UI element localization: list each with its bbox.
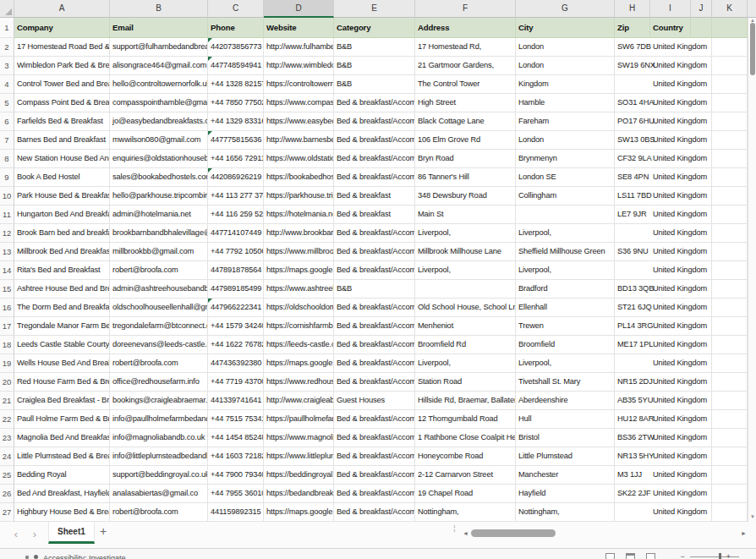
- zoom-in-icon[interactable]: +: [726, 553, 731, 559]
- cell-G12[interactable]: Liverpool,: [516, 224, 615, 243]
- cell-A1[interactable]: Company: [14, 18, 110, 38]
- zoom-slider-track[interactable]: [690, 556, 739, 557]
- cell-B13[interactable]: millbrookbb@gmail.com: [110, 243, 208, 261]
- row-number[interactable]: 24: [0, 447, 14, 466]
- cell-E8[interactable]: Bed & breakfast/Accommod: [334, 150, 415, 168]
- cell-H18[interactable]: ME17 1PL: [615, 336, 650, 354]
- cell-H20[interactable]: NR15 2DJ: [615, 373, 650, 392]
- cell-I10[interactable]: United Kingdom: [650, 187, 691, 206]
- cell-C24[interactable]: +44 1603 721827: [208, 447, 264, 466]
- row-number[interactable]: 20: [0, 373, 14, 392]
- cell-B16[interactable]: oldschoolhouseellenhall@gmail.co: [110, 299, 208, 317]
- cell-A4[interactable]: Control Tower Bed and Breakfast: [14, 75, 110, 94]
- cell-F22[interactable]: 12 Thorngumbald Road: [415, 410, 516, 429]
- cell-K18[interactable]: [712, 336, 748, 354]
- row-number[interactable]: 12: [0, 224, 14, 243]
- cell-H16[interactable]: ST21 6JQ: [615, 299, 650, 317]
- scroll-down-icon[interactable]: ▼: [748, 512, 756, 521]
- tab-scroll-divider[interactable]: ⁞: [453, 527, 454, 531]
- cell-K13[interactable]: [712, 243, 748, 261]
- cell-C27[interactable]: 441159892315: [208, 503, 264, 522]
- column-header-B[interactable]: B: [110, 0, 208, 18]
- cell-D23[interactable]: https://www.magnolia: [264, 429, 334, 447]
- cell-C10[interactable]: +44 113 277 3706: [208, 187, 264, 206]
- cell-G5[interactable]: Hamble: [516, 94, 615, 112]
- cell-F5[interactable]: High Street: [415, 94, 516, 112]
- cell-C21[interactable]: 441339741641: [208, 392, 264, 410]
- cell-K1[interactable]: [712, 18, 748, 38]
- cell-H25[interactable]: M3 1JJ: [615, 466, 650, 485]
- row-number[interactable]: 8: [0, 150, 14, 168]
- cell-G26[interactable]: Hayfield: [516, 485, 615, 503]
- cell-G10[interactable]: Collingham: [516, 187, 615, 206]
- cell-K10[interactable]: [712, 187, 748, 206]
- row-number[interactable]: 9: [0, 168, 14, 187]
- cell-B27[interactable]: robert@broofa.com: [110, 503, 208, 522]
- cell-C16[interactable]: 447966222341: [208, 299, 264, 317]
- cell-F26[interactable]: 19 Chapel Road: [415, 485, 516, 503]
- cell-D17[interactable]: https://cornishfarmbar: [264, 317, 334, 336]
- cell-E7[interactable]: Bed & breakfast/Accommod: [334, 131, 415, 150]
- cell-I23[interactable]: United Kingdom: [650, 429, 691, 447]
- cell-H27[interactable]: [615, 503, 650, 522]
- cell-I4[interactable]: United Kingdom: [650, 75, 691, 94]
- cell-I16[interactable]: United Kingdom: [650, 299, 691, 317]
- cell-G21[interactable]: Aberdeenshire: [516, 392, 615, 410]
- cell-F25[interactable]: 2-12 Carnarvon Street: [415, 466, 516, 485]
- cell-G18[interactable]: Broomfield: [516, 336, 615, 354]
- cell-H10[interactable]: LS11 7BD: [615, 187, 650, 206]
- cell-B20[interactable]: office@redhousefarm.info: [110, 373, 208, 392]
- cell-K6[interactable]: [712, 112, 748, 131]
- cell-C20[interactable]: +44 7719 437007: [208, 373, 264, 392]
- cell-D6[interactable]: https://www.easybeda: [264, 112, 334, 131]
- row-number[interactable]: 17: [0, 317, 14, 336]
- row-number[interactable]: 11: [0, 206, 14, 224]
- cell-K3[interactable]: [712, 57, 748, 75]
- cell-B9[interactable]: sales@bookabedhostels.com: [110, 168, 208, 187]
- cell-E23[interactable]: Bed & breakfast/Accommod: [334, 429, 415, 447]
- cell-E10[interactable]: Bed & breakfast: [334, 187, 415, 206]
- cell-G2[interactable]: London: [516, 38, 615, 57]
- cell-G3[interactable]: London: [516, 57, 615, 75]
- cell-B17[interactable]: tregondalefarm@btconnect.com: [110, 317, 208, 336]
- cell-G13[interactable]: Sheffield Millhouse Green: [516, 243, 615, 261]
- cell-E22[interactable]: Bed & breakfast/Accommod: [334, 410, 415, 429]
- cell-H15[interactable]: BD13 3QB: [615, 280, 650, 299]
- cell-E27[interactable]: Bed & breakfast/Accommod: [334, 503, 415, 522]
- cell-H13[interactable]: S36 9NU: [615, 243, 650, 261]
- cell-K14[interactable]: [712, 261, 748, 280]
- column-header-C[interactable]: C: [208, 0, 264, 18]
- cell-G16[interactable]: Ellenhall: [516, 299, 615, 317]
- cell-D16[interactable]: https://oldschooldorm: [264, 299, 334, 317]
- cell-D1[interactable]: Website: [264, 18, 334, 38]
- cell-G1[interactable]: City: [516, 18, 615, 38]
- row-number[interactable]: 27: [0, 503, 14, 522]
- cell-B15[interactable]: admin@ashtreehousebandb.co.uk: [110, 280, 208, 299]
- cell-B19[interactable]: robert@broofa.com: [110, 354, 208, 373]
- row-number[interactable]: 25: [0, 466, 14, 485]
- cell-J1[interactable]: [691, 18, 712, 38]
- cell-G14[interactable]: Liverpool,: [516, 261, 615, 280]
- cell-E16[interactable]: Bed & breakfast/Accommod: [334, 299, 415, 317]
- cell-D20[interactable]: https://www.redhouse: [264, 373, 334, 392]
- cell-F16[interactable]: Old School House, School Ln: [415, 299, 516, 317]
- cell-D4[interactable]: https://controltowerno: [264, 75, 334, 94]
- cell-E18[interactable]: Bed & breakfast/Accommod: [334, 336, 415, 354]
- cell-A17[interactable]: Tregondale Manor Farm Bed An: [14, 317, 110, 336]
- zoom-out-icon[interactable]: −: [680, 553, 684, 559]
- sheet-nav-next-icon[interactable]: ›: [29, 528, 41, 540]
- cell-E1[interactable]: Category: [334, 18, 415, 38]
- cell-A23[interactable]: Magnolia Bed And Breakfast: [14, 429, 110, 447]
- cell-F1[interactable]: Address: [415, 18, 516, 38]
- cell-A18[interactable]: Leeds Castle Stable Courtyard B: [14, 336, 110, 354]
- cell-F23[interactable]: 1 Rathbone Close Coalpit Heath: [415, 429, 516, 447]
- cell-H26[interactable]: SK22 2JF: [615, 485, 650, 503]
- cell-B7[interactable]: mwwilson080@gmail.com: [110, 131, 208, 150]
- cell-G6[interactable]: Fareham: [516, 112, 615, 131]
- row-number[interactable]: 14: [0, 261, 14, 280]
- cell-K22[interactable]: [712, 410, 748, 429]
- column-header-K[interactable]: K: [712, 0, 748, 18]
- cell-F10[interactable]: 348 Dewsbury Road: [415, 187, 516, 206]
- vertical-scrollbar[interactable]: ▲ ▼: [748, 18, 756, 522]
- cell-I12[interactable]: United Kingdom: [650, 224, 691, 243]
